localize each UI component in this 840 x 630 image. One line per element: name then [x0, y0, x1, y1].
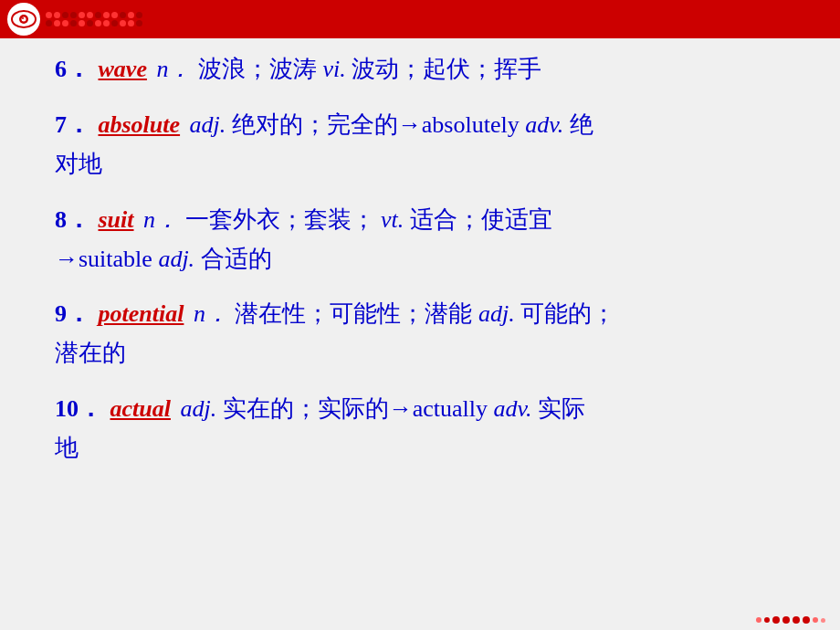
svg-point-2 — [22, 17, 26, 22]
def2-6: 波动；起伏；挥手 — [352, 56, 541, 82]
pos2-7: adv. — [525, 111, 563, 138]
keyword-6: wave — [99, 56, 147, 82]
def2-8: 适合；使适宜 — [410, 206, 552, 233]
bottom-dots — [756, 616, 825, 624]
item-num-10: 10． — [55, 395, 102, 422]
def2-9: 可能的； — [520, 300, 615, 327]
content-area: 6． wave n． 波浪；波涛 vi. 波动；起伏；挥手 7． absolut… — [55, 50, 813, 603]
continuation-9: 潜在的 — [55, 334, 813, 373]
pos2-9: adj. — [478, 300, 515, 327]
item-num-8: 8． — [55, 206, 90, 233]
pos1-8: n． — [143, 206, 179, 233]
keyword-10: actual — [110, 395, 171, 422]
pos1-10: adj. — [180, 395, 216, 422]
keyword-7: absolute — [99, 111, 181, 138]
keyword-9: potential — [99, 300, 184, 327]
def1-6: 波浪；波涛 — [198, 56, 317, 82]
pos2-10: adv. — [493, 395, 531, 422]
logo-area — [7, 3, 40, 36]
item-num-6: 6． — [55, 56, 90, 82]
slide: 6． wave n． 波浪；波涛 vi. 波动；起伏；挥手 7． absolut… — [0, 0, 840, 630]
dot-pattern — [46, 12, 146, 26]
svg-point-3 — [22, 17, 24, 19]
def1-8: 一套外衣；套装； — [185, 206, 375, 233]
item-num-9: 9． — [55, 300, 90, 327]
bottom-bar — [0, 614, 840, 630]
logo-icon — [7, 3, 40, 36]
continuation-10: 地 — [55, 429, 813, 468]
continuation-7: 对地 — [55, 145, 813, 184]
def1-7: 绝对的；完全的→absolutely — [232, 111, 520, 138]
pos1-7: adj. — [190, 111, 226, 138]
def1-10: 实在的；实际的→actually — [223, 395, 488, 422]
vocab-item-7: 7． absolute adj. 绝对的；完全的→absolutely adv.… — [55, 106, 813, 184]
top-bar — [0, 0, 840, 38]
pos2-6: vi. — [322, 56, 345, 82]
keyword-8: suit — [99, 206, 134, 233]
vocab-item-6: 6． wave n． 波浪；波涛 vi. 波动；起伏；挥手 — [55, 50, 813, 89]
def2-7: 绝 — [570, 111, 593, 138]
continuation-8: →suitable adj. 合适的 — [55, 240, 813, 279]
pos1-9: n． — [194, 300, 229, 327]
item-num-7: 7． — [55, 111, 90, 138]
pos2-8: vt. — [381, 206, 404, 233]
def1-9: 潜在性；可能性；潜能 — [235, 300, 472, 327]
vocab-item-10: 10． actual adj. 实在的；实际的→actually adv. 实际… — [55, 390, 813, 468]
pos1-6: n． — [156, 56, 192, 82]
vocab-item-8: 8． suit n． 一套外衣；套装； vt. 适合；使适宜 →suitable… — [55, 201, 813, 279]
vocab-item-9: 9． potential n． 潜在性；可能性；潜能 adj. 可能的； 潜在的 — [55, 295, 813, 373]
def2-10: 实际 — [538, 395, 585, 422]
